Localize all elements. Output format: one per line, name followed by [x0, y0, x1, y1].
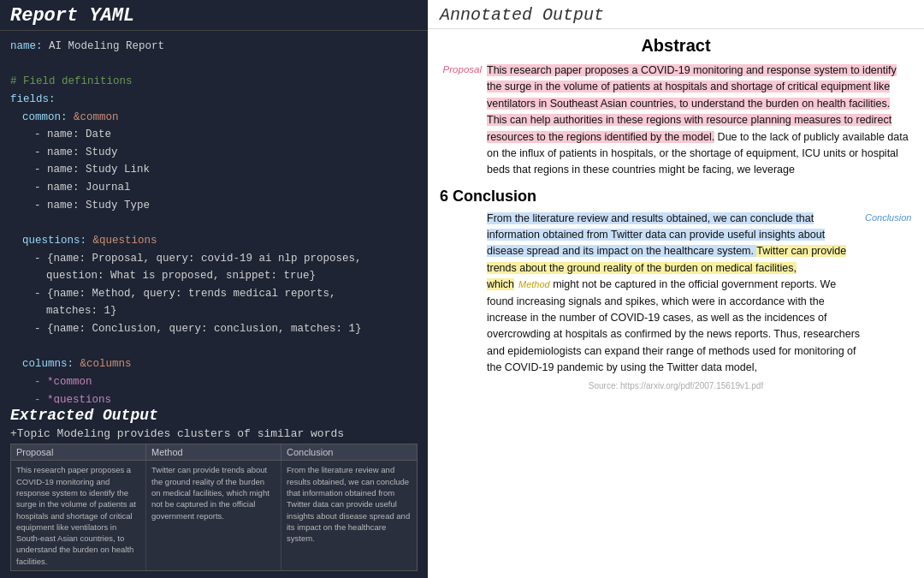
cell-method: Twitter can provide trends about the gro… [146, 461, 281, 570]
abstract-text: This research paper proposes a COVID-19 … [487, 63, 912, 179]
cell-proposal: This research paper proposes a COVID-19 … [11, 461, 146, 570]
yaml-q1-line2: question: What is proposed, snippet: tru… [10, 267, 418, 285]
cell-conclusion-text: From the literature review and results o… [281, 461, 417, 570]
left-panel-title: Report YAML [0, 0, 428, 31]
col-conclusion: Conclusion [281, 444, 417, 460]
yaml-common-journal: - name: Journal [10, 179, 418, 197]
yaml-common-line: common: &common [10, 109, 418, 127]
table-body: This research paper proposes a COVID-19 … [11, 461, 417, 570]
right-content: Abstract Proposal This research paper pr… [428, 29, 924, 578]
yaml-value-name: AI Modeling Report [49, 40, 164, 52]
yaml-q3-line: - {name: Conclusion, query: conclusion, … [10, 320, 418, 338]
extracted-table: Proposal Method Conclusion This research… [10, 444, 418, 571]
yaml-common-study: - name: Study [10, 144, 418, 162]
method-inline-label: Method [514, 277, 550, 289]
conclusion-text: From the literature review and results o… [487, 211, 861, 377]
abstract-section: Proposal This research paper proposes a … [440, 63, 912, 179]
yaml-q1-line1: - {name: Proposal, query: covid-19 ai nl… [10, 250, 418, 268]
yaml-common-studylink: - name: Study Link [10, 161, 418, 179]
conclusion-heading: 6 Conclusion [440, 188, 912, 206]
source-line: Source: https://arxiv.org/pdf/2007.15619… [440, 381, 912, 390]
yaml-comment-fields: # Field definitions [10, 73, 418, 91]
right-panel-title: Annotated Output [428, 0, 924, 29]
abstract-title: Abstract [440, 36, 912, 56]
table-header-row: Proposal Method Conclusion [11, 444, 417, 461]
conclusion-right-label: Conclusion [861, 211, 912, 223]
col-method: Method [146, 444, 281, 460]
yaml-questions-line: questions: &questions [10, 232, 418, 250]
col-proposal: Proposal [11, 444, 146, 460]
yaml-col-common: - *common [10, 373, 418, 391]
left-panel: Report YAML name: AI Modeling Report # F… [0, 0, 428, 578]
yaml-key-name: name: [10, 40, 43, 52]
yaml-content: name: AI Modeling Report # Field definit… [0, 31, 428, 403]
yaml-fields-key: fields: [10, 91, 418, 109]
yaml-q2-line2: matches: 1} [10, 302, 418, 320]
yaml-col-questions: - *questions [10, 391, 418, 404]
yaml-q2-line1: - {name: Method, query: trends medical r… [10, 285, 418, 303]
extracted-title: Extracted Output [0, 403, 428, 426]
topic-line: +Topic Modeling provides clusters of sim… [0, 426, 428, 444]
conclusion-section: From the literature review and results o… [440, 211, 912, 377]
yaml-common-studytype: - name: Study Type [10, 197, 418, 215]
proposal-label: Proposal [440, 63, 487, 74]
right-panel: Annotated Output Abstract Proposal This … [428, 0, 924, 578]
abstract-proposal-highlight: This research paper proposes a COVID-19 … [487, 64, 897, 143]
yaml-name-line: name: AI Modeling Report [10, 38, 418, 56]
yaml-columns-line: columns: &columns [10, 355, 418, 373]
yaml-common-date: - name: Date [10, 126, 418, 144]
